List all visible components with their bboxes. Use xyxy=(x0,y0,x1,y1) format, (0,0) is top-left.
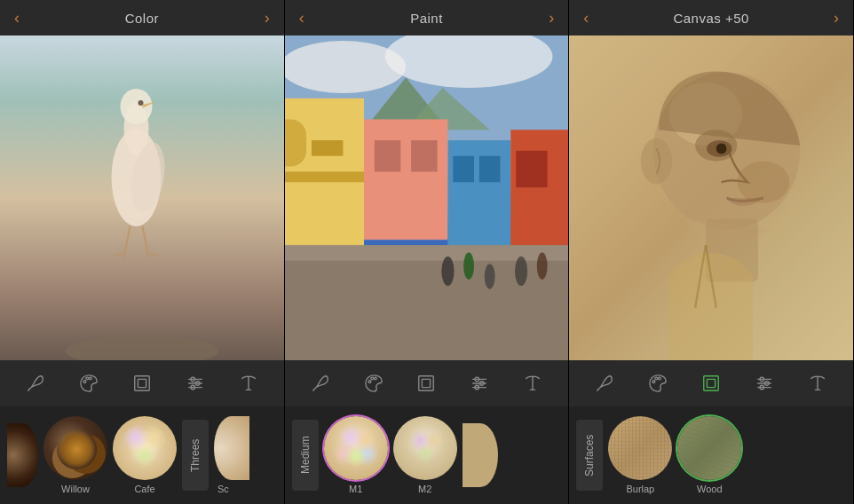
canvas-panel-title: Canvas +50 xyxy=(673,11,748,26)
sliders-tool-color[interactable] xyxy=(181,369,210,398)
svg-rect-71 xyxy=(704,376,719,391)
svg-rect-15 xyxy=(135,376,150,391)
canvas-toolbar xyxy=(569,360,853,406)
paint-panel-image xyxy=(285,35,569,360)
paint-swatches: Medium M1 M2 xyxy=(285,406,569,504)
color-toolbar xyxy=(0,360,284,406)
color-partial-left-swatch[interactable] xyxy=(7,423,38,487)
text-tool-color[interactable] xyxy=(234,369,263,398)
svg-point-47 xyxy=(536,252,547,280)
willow-swatch-circle[interactable] xyxy=(43,416,107,480)
text-tool-canvas[interactable] xyxy=(803,369,832,398)
svg-point-44 xyxy=(463,252,474,280)
palette-tool-paint[interactable] xyxy=(360,369,388,398)
m2-swatch[interactable]: M2 xyxy=(393,416,457,494)
brush-tool-color[interactable] xyxy=(21,369,50,398)
svg-point-11 xyxy=(66,335,219,360)
m2-label: M2 xyxy=(418,484,431,494)
sliders-tool-canvas[interactable] xyxy=(750,369,779,398)
paint-nav-left[interactable]: ‹ xyxy=(299,9,304,28)
text-tool-paint[interactable] xyxy=(518,369,547,398)
sliders-tool-paint[interactable] xyxy=(465,369,494,398)
brush-tool-canvas[interactable] xyxy=(590,369,619,398)
svg-rect-34 xyxy=(411,140,438,171)
sc-swatch-circle[interactable] xyxy=(214,416,249,480)
m1-label: M1 xyxy=(349,484,362,494)
canvas-panel-image xyxy=(569,35,853,360)
svg-rect-29 xyxy=(285,119,306,166)
svg-point-2 xyxy=(120,89,152,124)
color-nav-right[interactable]: › xyxy=(265,9,270,28)
surfaces-label[interactable]: Surfaces xyxy=(576,420,603,491)
svg-rect-37 xyxy=(479,156,501,183)
svg-point-46 xyxy=(515,256,527,286)
color-panel: ‹ Color › xyxy=(0,0,285,504)
svg-rect-42 xyxy=(285,245,569,261)
svg-line-5 xyxy=(124,226,130,253)
svg-line-9 xyxy=(147,253,158,256)
svg-point-13 xyxy=(86,377,89,380)
svg-line-6 xyxy=(142,226,147,253)
svg-point-68 xyxy=(652,381,655,383)
frame-tool-canvas-active[interactable] xyxy=(697,369,725,398)
cafe-label: Cafe xyxy=(134,484,154,494)
svg-point-48 xyxy=(368,381,371,383)
willow-swatch[interactable]: Willow xyxy=(43,416,107,494)
svg-rect-40 xyxy=(516,151,547,187)
sc-swatch[interactable]: Sc xyxy=(214,416,249,494)
wood-swatch[interactable]: Wood xyxy=(677,416,741,494)
paint-panel: ‹ Paint › xyxy=(285,0,570,504)
rock-illustration xyxy=(57,325,227,360)
svg-rect-52 xyxy=(423,379,431,387)
burlap-swatch-circle[interactable] xyxy=(608,416,672,480)
palette-tool-color[interactable] xyxy=(75,369,103,398)
color-swatches: Willow Cafe Threes Sc xyxy=(0,406,284,504)
palette-tool-canvas[interactable] xyxy=(644,369,672,398)
m1-swatch[interactable]: M1 xyxy=(324,416,388,494)
svg-point-12 xyxy=(83,381,86,383)
paint-partial-right[interactable] xyxy=(463,423,498,487)
canvas-swatches: Surfaces Burlap Wood xyxy=(569,406,853,504)
canvas-nav-right[interactable]: › xyxy=(834,9,839,28)
portrait-illustration xyxy=(569,35,853,360)
color-panel-title: Color xyxy=(125,11,159,26)
burlap-swatch[interactable]: Burlap xyxy=(608,416,672,494)
frame-tool-paint[interactable] xyxy=(412,369,440,398)
svg-point-64 xyxy=(716,144,727,154)
frame-tool-color[interactable] xyxy=(128,369,156,398)
wood-swatch-circle[interactable] xyxy=(677,416,741,480)
paint-partial-right-circle[interactable] xyxy=(463,423,498,487)
bird-illustration xyxy=(78,62,194,266)
svg-point-49 xyxy=(370,377,373,380)
canvas-panel-header: ‹ Canvas +50 › xyxy=(569,0,853,35)
color-panel-header: ‹ Color › xyxy=(0,0,284,35)
svg-rect-31 xyxy=(285,171,364,182)
sc-label: Sc xyxy=(214,484,229,494)
canvas-nav-left[interactable]: ‹ xyxy=(583,9,589,28)
svg-point-50 xyxy=(374,377,376,380)
svg-rect-33 xyxy=(374,140,400,171)
medium-label[interactable]: Medium xyxy=(292,420,319,491)
threes-label[interactable]: Threes xyxy=(182,420,209,491)
svg-point-70 xyxy=(659,377,661,380)
willow-label: Willow xyxy=(61,484,90,494)
m2-swatch-circle[interactable] xyxy=(393,416,457,480)
color-panel-image xyxy=(0,35,284,360)
color-nav-left[interactable]: ‹ xyxy=(14,9,20,28)
paint-panel-title: Paint xyxy=(410,11,443,26)
paint-panel-header: ‹ Paint › xyxy=(285,0,569,35)
cafe-swatch-circle[interactable] xyxy=(113,416,177,480)
paint-toolbar xyxy=(285,360,569,406)
svg-point-65 xyxy=(641,138,672,185)
paint-nav-right[interactable]: › xyxy=(549,9,554,28)
svg-rect-36 xyxy=(453,156,474,183)
svg-rect-72 xyxy=(708,379,716,387)
canvas-panel: ‹ Canvas +50 › xyxy=(569,0,854,504)
street-painting xyxy=(285,35,569,360)
m1-swatch-circle[interactable] xyxy=(324,416,388,480)
svg-point-69 xyxy=(655,377,658,380)
cafe-swatch[interactable]: Cafe xyxy=(113,416,177,494)
svg-rect-16 xyxy=(138,379,146,387)
burlap-label: Burlap xyxy=(626,484,654,494)
brush-tool-paint[interactable] xyxy=(306,369,335,398)
